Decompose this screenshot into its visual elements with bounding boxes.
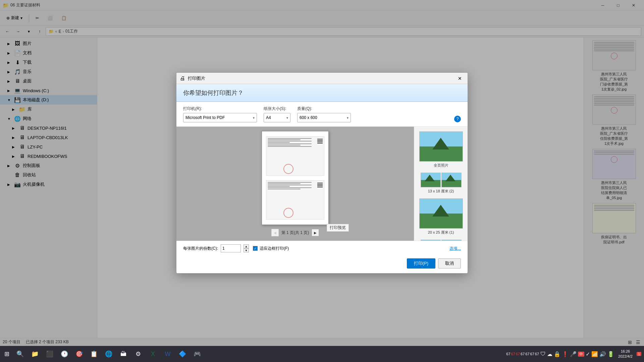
mountain-thumb-2: [441, 173, 462, 187]
paper-select[interactable]: A4 ▾: [264, 113, 290, 122]
quality-label: 质量(Q):: [297, 106, 351, 112]
paper-size-13x18[interactable]: 13 x 18 厘米 (2): [416, 171, 466, 196]
mountain-thumb-1: [421, 173, 441, 187]
stamp-icon: [283, 164, 293, 174]
copies-spinner: ▲ ▼: [244, 244, 249, 252]
taskbar-excel[interactable]: X: [146, 347, 160, 361]
taskbar-edge[interactable]: 🌐: [102, 347, 115, 361]
dialog-close-button[interactable]: ✕: [455, 74, 464, 83]
dialog-heading: 你希望如何打印图片？: [183, 89, 244, 96]
taskbar-photos[interactable]: 🏔: [117, 347, 130, 361]
print-preview-tooltip: 打印预览: [327, 224, 349, 232]
copies-label: 每张图片的份数(C):: [183, 246, 218, 251]
taskbar-clock[interactable]: 16:26 2022/4/2: [615, 349, 635, 359]
dialog-titlebar: 🖨 打印图片 ✕: [176, 73, 468, 84]
copies-group: 每张图片的份数(C): ▲ ▼: [183, 244, 249, 252]
mic-icon: 🎤: [570, 351, 577, 357]
taskbar-filemanager[interactable]: 📁: [28, 347, 42, 361]
dropdown-arrow-icon: ▾: [286, 116, 288, 120]
copies-input[interactable]: [221, 244, 241, 252]
printer-select[interactable]: Microsoft Print to PDF ▾: [183, 113, 257, 122]
taskbar-app10[interactable]: 🔷: [176, 347, 189, 361]
doc-lines: [266, 137, 324, 148]
13x18-thumbs: [421, 173, 462, 187]
20x25-thumb: [419, 198, 463, 229]
taskbar-app5[interactable]: 🎯: [72, 347, 86, 361]
paper-size-20x25[interactable]: 20 x 25 厘米 (1): [416, 196, 466, 237]
dropdown-arrow-icon: ▾: [253, 116, 255, 120]
doc-mockup-bottom: [266, 180, 325, 220]
printer-label: 打印机(R):: [183, 106, 257, 112]
wifi-icon: 📶: [591, 351, 598, 357]
fit-checkbox-group: ✓ 适应边框打印(F): [253, 246, 289, 251]
print-dialog: 🖨 打印图片 ✕ 你希望如何打印图片？ 打印机(R): Microsoft Pr…: [176, 72, 468, 274]
qr-code-icon: [317, 138, 323, 143]
doc-lines: [266, 181, 324, 191]
notification-badge[interactable]: 1: [637, 352, 641, 356]
security-icon: 🔒: [554, 351, 560, 357]
print-button[interactable]: 打印(P): [407, 258, 435, 268]
taskbar: ⊞ 🔍 📁 ⬛ 🕐 🎯 📋 🌐 🏔 ⚙ X W 🔷 🎮 67 67 67 67 …: [0, 346, 644, 362]
paper-size-fullpage[interactable]: 全页照片: [416, 129, 466, 170]
preview-container: 打印预览: [262, 131, 329, 225]
paper-size-group: 纸张大小(S): A4 ▾: [264, 106, 290, 122]
fullpage-thumb: [419, 131, 463, 162]
printer-group: 打印机(R): Microsoft Print to PDF ▾: [183, 106, 257, 122]
options-link[interactable]: 选项...: [449, 246, 461, 251]
taskbar-app6[interactable]: 📋: [87, 347, 101, 361]
taskbar-apps: 📁 ⬛ 🕐 🎯 📋 🌐 🏔 ⚙ X W 🔷 🎮: [28, 347, 204, 361]
help-button[interactable]: ?: [454, 116, 461, 122]
next-page-button[interactable]: ▶: [312, 229, 319, 236]
cancel-button[interactable]: 取消: [438, 258, 461, 268]
fit-label: 适应边框打印(F): [260, 246, 289, 251]
app-icon-red: ❗: [562, 351, 569, 357]
quality-value: 600 x 600: [300, 115, 317, 120]
time-display: 16:26: [618, 349, 633, 354]
print-preview-area: 打印预览 ◀ 第 1 页(共 1 页) ▶: [176, 127, 414, 241]
dialog-header: 你希望如何打印图片？: [176, 84, 468, 102]
battery-icon: 🔋: [607, 351, 614, 357]
paper-size-20x25-label: 20 x 25 厘米 (1): [428, 230, 454, 235]
checkmark-icon: ✓: [586, 351, 590, 357]
dialog-body: 打印预览 ◀ 第 1 页(共 1 页) ▶ 全页照片: [176, 127, 468, 241]
quality-select[interactable]: 600 x 600 ▾: [297, 113, 351, 122]
dropdown-arrow-icon: ▾: [347, 116, 348, 120]
date-display: 2022/4/2: [618, 354, 633, 359]
dialog-overlay: 🖨 打印图片 ✕ 你希望如何打印图片？ 打印机(R): Microsoft Pr…: [0, 0, 644, 346]
copies-up-button[interactable]: ▲: [244, 244, 249, 248]
paper-size-10x15[interactable]: 10 x 15 厘米 (2): [416, 238, 466, 241]
dialog-title: 打印图片: [188, 75, 453, 81]
taskbar-clock[interactable]: 🕐: [58, 347, 71, 361]
taskbar-app11[interactable]: 🎮: [191, 347, 204, 361]
copies-down-button[interactable]: ▼: [244, 248, 249, 252]
printer-icon: 🖨: [180, 75, 185, 81]
paper-sizes-panel: 全页照片 13 x 18 厘米 (2) 20 x 25 厘米 (1): [414, 127, 468, 241]
start-button[interactable]: ⊞: [0, 347, 13, 361]
print-navigation: ◀ 第 1 页(共 1 页) ▶: [271, 229, 319, 236]
mountain-thumb-3: [421, 240, 441, 241]
antivirus-icon: 🛡: [540, 351, 546, 357]
paper-size-13x18-label: 13 x 18 厘米 (2): [428, 189, 454, 194]
fit-checkbox[interactable]: ✓: [253, 246, 258, 251]
paper-label: 纸张大小(S):: [264, 106, 290, 112]
printer-value: Microsoft Print to PDF: [185, 115, 225, 120]
dialog-footer: 每张图片的份数(C): ▲ ▼ ✓ 适应边框打印(F) 选项...: [176, 241, 468, 256]
dialog-controls: 打印机(R): Microsoft Print to PDF ▾ 纸张大小(S)…: [176, 102, 468, 127]
taskbar-visualstudio[interactable]: ⬛: [43, 347, 56, 361]
paper-size-fullpage-label: 全页照片: [434, 163, 448, 168]
taskbar-right: 67 67 67 67 67 67 67 🛡 ☁ 🔒 ❗ 🎤 中 ✓ 📶 🔊 🔋…: [506, 349, 644, 359]
qr-code-icon: [317, 182, 323, 187]
stamp-icon: [283, 208, 293, 218]
print-preview-page: [262, 131, 329, 225]
search-button[interactable]: 🔍: [13, 347, 27, 361]
cloud-icon: ☁: [547, 351, 552, 357]
taskbar-app8[interactable]: ⚙: [131, 347, 145, 361]
dialog-action-buttons: 打印(P) 取消: [176, 256, 468, 273]
doc-mockup-top: [266, 136, 325, 176]
volume-icon: 🔊: [599, 351, 606, 357]
taskbar-word[interactable]: W: [161, 347, 174, 361]
taskbar-numbers: 67 67 67 67 67 67 67: [506, 352, 539, 356]
input-method-cn[interactable]: 中: [578, 352, 584, 357]
paper-value: A4: [266, 115, 271, 120]
prev-page-button[interactable]: ◀: [271, 229, 279, 236]
